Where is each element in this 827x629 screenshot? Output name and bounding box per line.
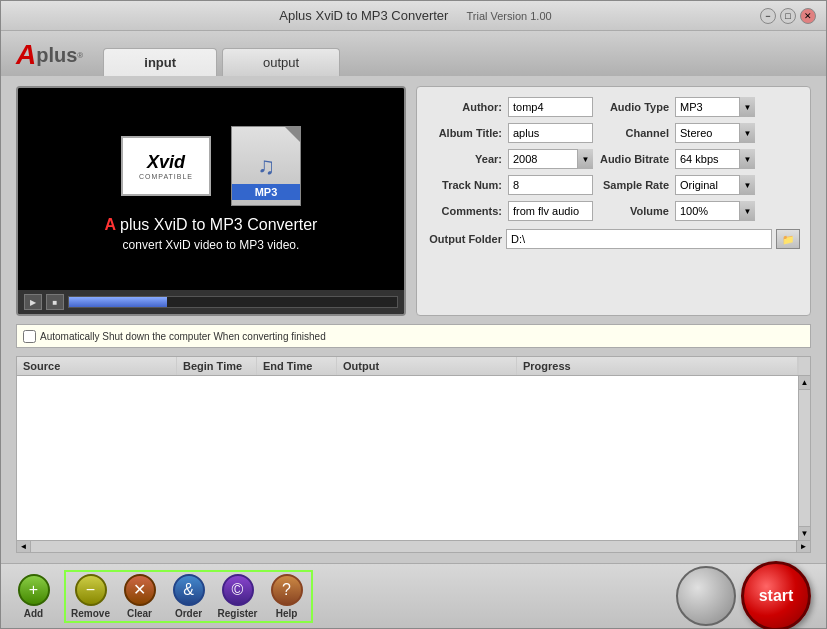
tab-output[interactable]: output [222, 48, 340, 76]
title-text: plus XviD to MP3 Converter [120, 216, 317, 233]
clear-label: Clear [127, 608, 152, 619]
title-highlight: A [105, 216, 117, 233]
file-list-header: Source Begin Time End Time Output Progre… [17, 357, 810, 376]
file-list-section: Source Begin Time End Time Output Progre… [16, 356, 811, 553]
close-icon: ✕ [804, 11, 812, 21]
year-select[interactable]: 2008 [508, 149, 593, 169]
comments-row: Comments: Volume 100% ▼ [427, 201, 800, 221]
subtitle-text: convert XviD video to MP3 video. [105, 238, 318, 252]
sample-rate-label: Sample Rate [599, 179, 669, 191]
output-folder-input[interactable] [506, 229, 772, 249]
scroll-right-button[interactable]: ► [796, 541, 810, 552]
volume-select[interactable]: 100% [675, 201, 755, 221]
scrollbar-horizontal[interactable]: ◄ ► [17, 540, 810, 552]
close-button[interactable]: ✕ [800, 8, 816, 24]
xvid-logo: Xvid COMPATIBLE [121, 136, 211, 196]
start-button[interactable]: start [741, 561, 811, 629]
browse-folder-button[interactable]: 📁 [776, 229, 800, 249]
channel-wrapper: Stereo ▼ [675, 123, 755, 143]
author-row: Author: Audio Type MP3 ▼ [427, 97, 800, 117]
playback-progress[interactable] [68, 296, 398, 308]
stop-icon: ■ [53, 298, 58, 307]
logo-circle: ® [77, 51, 83, 60]
register-toolbar-button[interactable]: © Register [215, 574, 260, 619]
logo: A plus ® [16, 39, 83, 71]
author-input[interactable] [508, 97, 593, 117]
sample-rate-select[interactable]: Original [675, 175, 755, 195]
mp3-icon: ♫ MP3 [231, 126, 301, 206]
title-bar: Aplus XviD to MP3 Converter Trial Versio… [1, 1, 826, 31]
logo-plus: plus [36, 44, 77, 67]
audio-bitrate-wrapper: 64 kbps ▼ [675, 149, 755, 169]
album-row: Album Title: Channel Stereo ▼ [427, 123, 800, 143]
audio-type-label: Audio Type [599, 101, 669, 113]
remove-toolbar-button[interactable]: − Remove [68, 574, 113, 619]
sample-rate-wrapper: Original ▼ [675, 175, 755, 195]
column-progress: Progress [517, 357, 798, 375]
top-section: Xvid COMPATIBLE ♫ MP3 A plus XviD to MP3… [16, 86, 811, 316]
author-label: Author: [427, 101, 502, 113]
main-window: Aplus XviD to MP3 Converter Trial Versio… [0, 0, 827, 629]
play-button[interactable]: ▶ [24, 294, 42, 310]
preview-logos: Xvid COMPATIBLE ♫ MP3 [121, 126, 301, 206]
maximize-icon: □ [785, 11, 790, 21]
scroll-up-button[interactable]: ▲ [799, 376, 810, 390]
order-toolbar-button[interactable]: & Order [166, 574, 211, 619]
tab-input[interactable]: input [103, 48, 217, 76]
audio-bitrate-select[interactable]: 64 kbps [675, 149, 755, 169]
track-label: Track Num: [427, 179, 502, 191]
xvid-text: Xvid [147, 152, 185, 173]
folder-icon: 📁 [782, 234, 794, 245]
preview-text: A plus XviD to MP3 Converter convert Xvi… [105, 216, 318, 252]
remove-label: Remove [71, 608, 110, 619]
music-note-icon: ♫ [257, 152, 275, 180]
help-icon: ? [271, 574, 303, 606]
start-label: start [759, 587, 794, 605]
highlight-toolbar-group: − Remove ✕ Clear & Order © Register ? He… [64, 570, 313, 623]
audio-type-select[interactable]: MP3 [675, 97, 755, 117]
comments-input[interactable] [508, 201, 593, 221]
channel-select[interactable]: Stereo [675, 123, 755, 143]
scrollbar-vertical[interactable]: ▲ ▼ [798, 376, 810, 540]
scroll-down-button[interactable]: ▼ [799, 526, 810, 540]
header-area: A plus ® input output [1, 31, 826, 76]
window-controls: − □ ✕ [760, 8, 816, 24]
main-content: Xvid COMPATIBLE ♫ MP3 A plus XviD to MP3… [1, 76, 826, 563]
minimize-icon: − [765, 11, 770, 21]
decorative-dial [676, 566, 736, 626]
maximize-button[interactable]: □ [780, 8, 796, 24]
remove-icon: − [75, 574, 107, 606]
status-text: Automatically Shut down the computer Whe… [40, 331, 326, 342]
column-end-time: End Time [257, 357, 337, 375]
track-input[interactable] [508, 175, 593, 195]
file-list-body[interactable] [17, 376, 798, 540]
help-toolbar-button[interactable]: ? Help [264, 574, 309, 619]
settings-panel: Author: Audio Type MP3 ▼ Album Title: Ch… [416, 86, 811, 316]
status-bar: Automatically Shut down the computer Whe… [16, 324, 811, 348]
add-icon: + [18, 574, 50, 606]
logo-letter-a: A [16, 39, 36, 71]
progress-fill [69, 297, 167, 307]
minimize-button[interactable]: − [760, 8, 776, 24]
clear-toolbar-button[interactable]: ✕ Clear [117, 574, 162, 619]
year-wrapper: 2008 ▼ [508, 149, 593, 169]
output-folder-row: Output Folder 📁 [427, 229, 800, 249]
xvid-sub: COMPATIBLE [139, 173, 193, 180]
column-begin-time: Begin Time [177, 357, 257, 375]
add-toolbar-button[interactable]: + Add [11, 574, 56, 619]
album-input[interactable] [508, 123, 593, 143]
register-label: Register [217, 608, 257, 619]
shutdown-checkbox[interactable] [23, 330, 36, 343]
order-icon: & [173, 574, 205, 606]
volume-wrapper: 100% ▼ [675, 201, 755, 221]
volume-label: Volume [599, 205, 669, 217]
comments-label: Comments: [427, 205, 502, 217]
bottom-toolbar: + Add − Remove ✕ Clear & Order © Registe… [1, 563, 826, 628]
scroll-left-button[interactable]: ◄ [17, 541, 31, 552]
play-icon: ▶ [30, 298, 36, 307]
stop-button[interactable]: ■ [46, 294, 64, 310]
order-label: Order [175, 608, 202, 619]
preview-panel: Xvid COMPATIBLE ♫ MP3 A plus XviD to MP3… [16, 86, 406, 316]
column-output: Output [337, 357, 517, 375]
preview-content: Xvid COMPATIBLE ♫ MP3 A plus XviD to MP3… [18, 88, 404, 290]
